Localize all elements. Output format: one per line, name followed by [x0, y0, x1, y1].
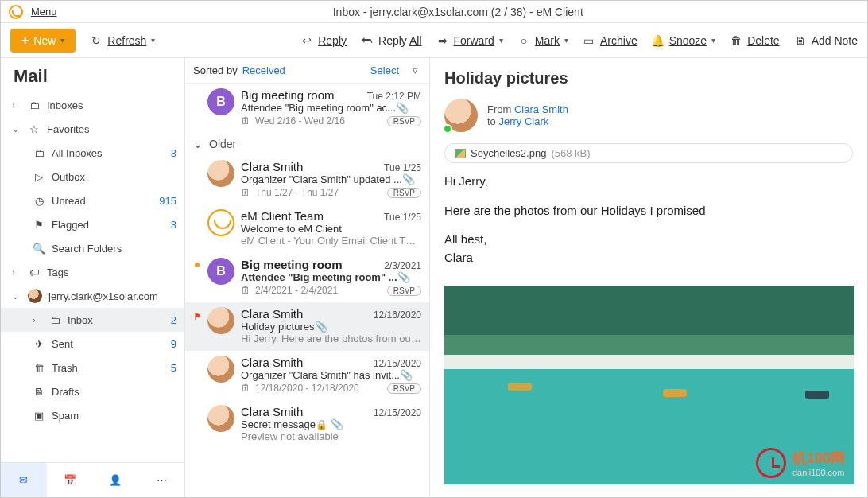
- chevron-down-icon: ⌄: [12, 291, 21, 302]
- sidebar-spam[interactable]: ▣ Spam: [1, 403, 184, 427]
- forward-button[interactable]: ➡ Forward ▾: [436, 34, 503, 47]
- message-date: Tue 2:12 PM: [367, 91, 421, 102]
- menu-button[interactable]: Menu: [31, 6, 57, 18]
- message-list: Sorted by Received Select ▿ B Big meetin…: [185, 58, 430, 497]
- reply-icon: ↩: [300, 34, 313, 47]
- watermark: 机100网 danji100.com: [756, 448, 845, 478]
- chevron-down-icon: ▾: [564, 36, 568, 45]
- clock-icon: ◷: [33, 194, 45, 207]
- attachment-icon: 📎: [331, 418, 343, 430]
- flag-icon: ⚑: [193, 312, 202, 321]
- rsvp-badge[interactable]: RSVP: [387, 383, 421, 394]
- nav-contacts[interactable]: 👤: [93, 463, 139, 497]
- sidebar-outbox[interactable]: ▷ Outbox: [1, 165, 184, 189]
- message-from: Clara Smith: [241, 160, 384, 173]
- filter-icon[interactable]: ▿: [409, 64, 421, 77]
- attachment-chip[interactable]: Seychelles2.png (568 kB): [444, 143, 853, 163]
- message-range: Thu 1/27 - Thu 1/27: [255, 187, 382, 198]
- attachment-icon: 📎: [397, 271, 410, 283]
- message-from: Big meeting room: [241, 258, 384, 271]
- message-from: Clara Smith: [241, 405, 374, 418]
- message-subject: Attendee "Big meeting room" ...: [241, 271, 397, 283]
- reading-pane: Holiday pictures From Clara Smith to Jer…: [430, 58, 867, 497]
- rsvp-badge[interactable]: RSVP: [387, 188, 421, 198]
- sidebar-search-folders[interactable]: 🔍 Search Folders: [1, 236, 184, 260]
- chevron-down-icon: ▾: [499, 36, 503, 45]
- rsvp-badge[interactable]: RSVP: [387, 286, 421, 296]
- to-label: to: [487, 115, 496, 127]
- snooze-button[interactable]: 🔔 Snooze ▾: [652, 34, 715, 47]
- watermark-text: 机100网: [792, 450, 845, 466]
- message-group-older[interactable]: ⌄Older: [185, 133, 429, 155]
- refresh-button[interactable]: ↻ Refresh ▾: [90, 34, 155, 47]
- message-item[interactable]: Clara SmithTue 1/25 Organizer "Clara Smi…: [185, 155, 429, 204]
- sidebar-account[interactable]: ⌄ jerry.clark@x1solar.com: [1, 284, 184, 308]
- reply-all-button[interactable]: ⮪ Reply All: [361, 34, 421, 47]
- new-button[interactable]: + New ▾: [10, 29, 76, 53]
- sidebar-flagged[interactable]: ⚑ Flagged 3: [1, 212, 184, 236]
- chevron-down-icon: ⌄: [12, 124, 21, 134]
- sidebar-drafts[interactable]: 🗎 Drafts: [1, 379, 184, 403]
- message-preview: eM Client - Your Only Email Client Thank…: [241, 235, 421, 247]
- to-link[interactable]: Jerry Clark: [498, 115, 548, 127]
- sidebar-unread[interactable]: ◷ Unread 915: [1, 189, 184, 212]
- message-range: Wed 2/16 - Wed 2/16: [255, 115, 382, 126]
- attachment-icon: 📎: [400, 369, 413, 381]
- trash-icon: 🗑: [730, 34, 742, 47]
- nav-more[interactable]: ⋯: [138, 463, 184, 497]
- refresh-icon: ↻: [90, 34, 103, 47]
- message-item[interactable]: B Big meeting room2/3/2021 Attendee "Big…: [185, 253, 429, 302]
- archive-button[interactable]: ▭ Archive: [583, 34, 637, 47]
- sidebar-inboxes[interactable]: › 🗀 Inboxes: [1, 93, 184, 117]
- sidebar-sent[interactable]: ✈ Sent 9: [1, 332, 184, 356]
- spam-icon: ▣: [33, 409, 45, 422]
- outbox-icon: ▷: [33, 170, 45, 183]
- nav-calendar[interactable]: 📅: [47, 463, 93, 497]
- sort-field[interactable]: Received: [242, 64, 285, 76]
- app-logo-icon: [9, 5, 23, 19]
- sidebar-trash[interactable]: 🗑 Trash 5: [1, 356, 184, 379]
- reply-all-icon: ⮪: [361, 34, 374, 47]
- nav-mail[interactable]: ✉: [1, 463, 47, 497]
- delete-button[interactable]: 🗑 Delete: [730, 34, 779, 47]
- mail-icon: ✉: [19, 474, 28, 486]
- from-label: From: [487, 103, 511, 115]
- sidebar-all-inboxes[interactable]: 🗀 All Inboxes 3: [1, 141, 184, 165]
- attachment-name: Seychelles2.png: [471, 147, 546, 159]
- trash-icon: 🗑: [33, 361, 45, 374]
- toolbar: + New ▾ ↻ Refresh ▾ ↩ Reply ⮪ Reply All …: [1, 23, 867, 58]
- message-date: 12/16/2020: [374, 309, 421, 321]
- message-from: Clara Smith: [241, 307, 374, 321]
- forward-icon: ➡: [436, 34, 449, 47]
- watermark-icon: [756, 448, 786, 478]
- chevron-right-icon: ›: [12, 267, 21, 277]
- message-item[interactable]: Clara Smith12/15/2020 Secret message🔒📎 P…: [185, 400, 429, 449]
- drafts-icon: 🗎: [33, 385, 45, 398]
- chevron-down-icon: ▾: [711, 36, 715, 45]
- inbox-icon: 🗀: [48, 313, 61, 326]
- add-note-button[interactable]: 🗎 Add Note: [794, 34, 858, 47]
- sidebar-favorites[interactable]: ⌄ ☆ Favorites: [1, 117, 184, 141]
- archive-icon: ▭: [583, 34, 595, 47]
- reply-button[interactable]: ↩ Reply: [300, 34, 347, 47]
- message-item[interactable]: eM Client TeamTue 1/25 Welcome to eM Cli…: [185, 204, 429, 253]
- search-icon: 🔍: [33, 242, 45, 255]
- chevron-down-icon: ▾: [151, 36, 155, 45]
- from-link[interactable]: Clara Smith: [514, 103, 568, 115]
- select-button[interactable]: Select: [370, 64, 399, 76]
- watermark-subtext: danji100.com: [792, 468, 845, 477]
- lock-icon: 🔒: [316, 419, 327, 430]
- sidebar-tags[interactable]: › 🏷 Tags: [1, 260, 184, 284]
- sidebar-inbox[interactable]: › 🗀 Inbox 2: [1, 308, 184, 332]
- message-item[interactable]: B Big meeting roomTue 2:12 PM Attendee "…: [185, 84, 429, 133]
- attachment-icon: 📎: [396, 102, 409, 114]
- message-item[interactable]: ⚑ Clara Smith12/16/2020 Holiday pictures…: [185, 302, 429, 351]
- rsvp-badge[interactable]: RSVP: [387, 116, 421, 126]
- mark-button[interactable]: ○ Mark ▾: [517, 34, 568, 47]
- presence-icon: [443, 124, 452, 134]
- sent-icon: ✈: [33, 337, 45, 350]
- message-item[interactable]: Clara Smith12/15/2020 Organizer "Clara S…: [185, 351, 429, 400]
- avatar-icon: B: [207, 88, 234, 115]
- message-date: 2/3/2021: [384, 260, 421, 271]
- avatar-icon: [207, 405, 234, 432]
